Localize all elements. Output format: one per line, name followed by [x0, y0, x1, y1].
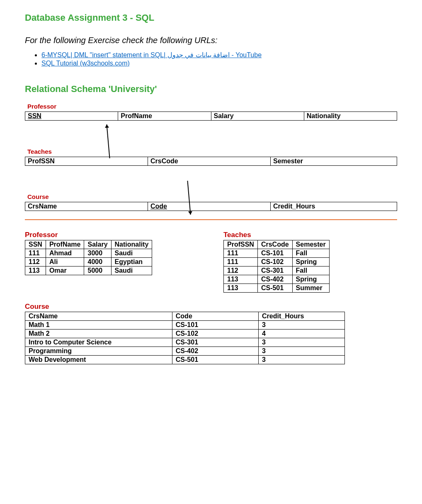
schema-col-ssn: SSN — [25, 112, 118, 121]
table-row: 113CS-402Spring — [224, 275, 330, 284]
table-cell: CS-402 — [257, 275, 292, 284]
course-table-label: Course — [25, 303, 397, 311]
table-cell: 113 — [224, 284, 258, 293]
table-cell: 3 — [259, 338, 345, 347]
professor-data-table: SSN ProfName Salary Nationality 111Ahmad… — [25, 240, 152, 275]
link-w3schools[interactable]: SQL Tutorial (w3schools.com) — [41, 60, 130, 67]
table-row: 111Ahmad3000Saudi — [25, 249, 152, 258]
course-data-table: CrsName Code Credit_Hours Math 1CS-1013M… — [25, 312, 345, 364]
table-row: 113CS-501Summer — [224, 284, 330, 293]
table-cell: 4000 — [84, 258, 111, 267]
page-title: Database Assignment 3 - SQL — [25, 12, 397, 23]
table-cell: Math 2 — [25, 330, 172, 338]
table-row: 112Ali4000Egyptian — [25, 258, 152, 267]
table-cell: CS-501 — [257, 284, 292, 293]
course-h0: CrsName — [25, 312, 172, 321]
teaches-data-table: ProfSSN CrsCode Semester 111CS-101Fall11… — [223, 240, 330, 293]
table-cell: 112 — [224, 267, 258, 275]
teaches-rows: 111CS-101Fall111CS-102Spring112CS-301Fal… — [224, 249, 330, 293]
table-cell: Saudi — [111, 267, 152, 275]
schema-col-nationality: Nationality — [304, 112, 397, 121]
table-cell: CS-101 — [257, 249, 292, 258]
schema-col-crsname: CrsName — [25, 202, 148, 211]
schema-diagram: Professor SSN ProfName Salary Nationalit… — [25, 103, 397, 211]
teaches-table-label: Teaches — [223, 231, 397, 239]
course-h2: Credit_Hours — [259, 312, 345, 321]
table-row: Math 1CS-1013 — [25, 321, 345, 330]
divider — [25, 219, 397, 220]
schema-col-profssn: ProfSSN — [25, 157, 148, 166]
table-cell: 3 — [259, 321, 345, 330]
table-cell: Ahmad — [46, 249, 84, 258]
table-cell: Spring — [292, 275, 329, 284]
schema-professor-table: SSN ProfName Salary Nationality — [25, 111, 397, 121]
table-cell: 111 — [224, 258, 258, 267]
table-row: ProgrammingCS-4023 — [25, 347, 345, 356]
table-row: 112CS-301Fall — [224, 267, 330, 275]
table-cell: Summer — [292, 284, 329, 293]
schema-professor-label: Professor — [27, 103, 397, 110]
table-row: Intro to Computer ScienceCS-3013 — [25, 338, 345, 347]
schema-col-crscode: CrsCode — [148, 157, 271, 166]
table-cell: Intro to Computer Science — [25, 338, 172, 347]
table-row: 111CS-101Fall — [224, 249, 330, 258]
teaches-h2: Semester — [292, 240, 329, 249]
schema-heading: Relational Schema 'University' — [25, 84, 397, 94]
table-cell: Programming — [25, 347, 172, 356]
table-cell: 111 — [224, 249, 258, 258]
table-row: Web DevelopmentCS-5013 — [25, 356, 345, 364]
table-cell: CS-102 — [257, 258, 292, 267]
table-cell: Egyptian — [111, 258, 152, 267]
teaches-h1: CrsCode — [257, 240, 292, 249]
schema-col-salary: Salary — [211, 112, 304, 121]
table-row: Math 2CS-1024 — [25, 330, 345, 338]
table-cell: 3000 — [84, 249, 111, 258]
table-cell: Fall — [292, 267, 329, 275]
schema-teaches-label: Teaches — [27, 148, 397, 155]
schema-course-table: CrsName Code Credit_Hours — [25, 202, 397, 211]
schema-teaches-table: ProfSSN CrsCode Semester — [25, 157, 397, 166]
link-youtube[interactable]: 6-MYSQL| DML "insert" statement in SQL| … — [41, 51, 262, 58]
schema-col-credithours: Credit_Hours — [271, 202, 397, 211]
table-cell: Math 1 — [25, 321, 172, 330]
professor-h0: SSN — [25, 240, 46, 249]
schema-course-label: Course — [27, 193, 397, 200]
table-cell: CS-301 — [257, 267, 292, 275]
professor-table-label: Professor — [25, 231, 199, 239]
table-cell: Saudi — [111, 249, 152, 258]
table-cell: Ali — [46, 258, 84, 267]
professor-h2: Salary — [84, 240, 111, 249]
table-cell: 112 — [25, 258, 46, 267]
professor-rows: 111Ahmad3000Saudi112Ali4000Egyptian113Om… — [25, 249, 152, 275]
table-cell: Omar — [46, 267, 84, 275]
schema-col-profname: ProfName — [118, 112, 211, 121]
intro-text: For the following Exercise check the fol… — [25, 36, 397, 45]
professor-h3: Nationality — [111, 240, 152, 249]
table-row: 111CS-102Spring — [224, 258, 330, 267]
table-cell: CS-102 — [172, 330, 258, 338]
schema-col-code: Code — [148, 202, 271, 211]
teaches-h0: ProfSSN — [224, 240, 258, 249]
schema-col-semester: Semester — [271, 157, 397, 166]
table-cell: 5000 — [84, 267, 111, 275]
table-cell: 3 — [259, 347, 345, 356]
table-cell: CS-501 — [172, 356, 258, 364]
table-cell: 3 — [259, 356, 345, 364]
table-cell: Spring — [292, 258, 329, 267]
table-cell: 113 — [224, 275, 258, 284]
professor-h1: ProfName — [46, 240, 84, 249]
table-cell: 113 — [25, 267, 46, 275]
course-rows: Math 1CS-1013Math 2CS-1024Intro to Compu… — [25, 321, 345, 364]
table-cell: CS-301 — [172, 338, 258, 347]
course-h1: Code — [172, 312, 258, 321]
links-list: 6-MYSQL| DML "insert" statement in SQL| … — [25, 51, 397, 67]
table-cell: Fall — [292, 249, 329, 258]
table-cell: 4 — [259, 330, 345, 338]
table-cell: CS-402 — [172, 347, 258, 356]
table-cell: 111 — [25, 249, 46, 258]
table-row: 113Omar5000Saudi — [25, 267, 152, 275]
table-cell: CS-101 — [172, 321, 258, 330]
table-cell: Web Development — [25, 356, 172, 364]
